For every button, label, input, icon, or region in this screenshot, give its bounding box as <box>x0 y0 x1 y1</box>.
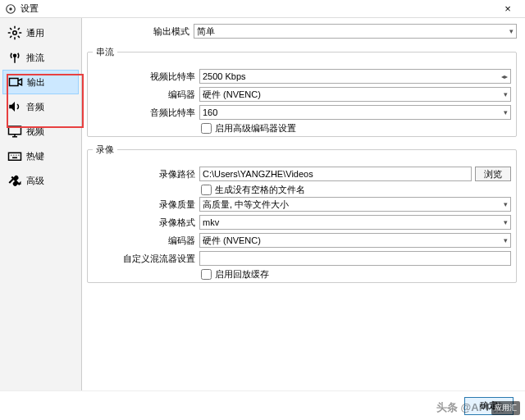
sidebar-item-label: 高级 <box>26 175 44 187</box>
encoder-label: 编码器 <box>93 89 199 101</box>
footer: 确定 <box>0 390 525 420</box>
sidebar-item-label: 通用 <box>26 27 44 39</box>
gear-icon <box>6 25 24 41</box>
record-fieldset: 录像 录像路径 C:\Users\YANGZHE\Videos 浏览 生成没有空… <box>87 144 517 283</box>
sidebar-item-general[interactable]: 通用 <box>2 21 79 45</box>
sidebar-item-label: 音频 <box>26 101 44 113</box>
sidebar: 通用 推流 输出 音频 视频 热键 高级 <box>0 18 82 390</box>
row-replay-cb: 启用回放缓存 <box>93 268 511 281</box>
window-title: 设置 <box>21 2 495 15</box>
svg-rect-5 <box>9 126 21 135</box>
sidebar-item-video[interactable]: 视频 <box>2 119 79 144</box>
record-encoder-select[interactable]: 硬件 (NVENC) <box>199 233 511 248</box>
audio-bitrate-select[interactable]: 160 <box>199 105 511 120</box>
sidebar-item-audio[interactable]: 音频 <box>2 94 79 119</box>
replay-checkbox[interactable] <box>201 269 212 280</box>
app-icon <box>5 3 16 15</box>
encoder-select[interactable]: 硬件 (NVENC) <box>199 87 511 102</box>
content: 通用 推流 输出 音频 视频 热键 高级 输出模式 简单 <box>0 18 525 390</box>
sidebar-item-output[interactable]: 输出 <box>2 70 79 94</box>
row-record-format: 录像格式 mkv <box>93 214 511 231</box>
output-icon <box>7 74 25 90</box>
record-quality-select[interactable]: 高质量, 中等文件大小 <box>199 197 511 212</box>
video-bitrate-label: 视频比特率 <box>93 71 199 83</box>
tools-icon <box>6 172 24 189</box>
nospace-checkbox[interactable] <box>201 185 212 195</box>
row-audio-bitrate: 音频比特率 160 <box>93 104 511 121</box>
sidebar-item-label: 推流 <box>26 52 44 64</box>
keyboard-icon <box>6 148 24 164</box>
adv-encoder-checkbox[interactable] <box>201 123 212 134</box>
custom-mux-label: 自定义混流器设置 <box>93 253 199 265</box>
svg-rect-4 <box>10 79 19 86</box>
sidebar-item-advanced[interactable]: 高级 <box>2 168 79 193</box>
video-bitrate-input[interactable]: 2500 Kbps <box>199 69 511 84</box>
sidebar-item-label: 输出 <box>27 76 45 89</box>
record-legend: 录像 <box>93 144 117 156</box>
row-encoder: 编码器 硬件 (NVENC) <box>93 86 511 103</box>
row-record-quality: 录像质量 高质量, 中等文件大小 <box>93 196 511 212</box>
sidebar-item-label: 热键 <box>26 150 44 162</box>
svg-point-2 <box>13 31 17 35</box>
stream-legend: 串流 <box>93 46 117 58</box>
row-video-bitrate: 视频比特率 2500 Kbps <box>93 68 511 84</box>
sidebar-item-stream[interactable]: 推流 <box>2 45 79 70</box>
broadcast-icon <box>6 49 24 66</box>
title-bar: 设置 × <box>0 0 525 18</box>
row-adv-encoder-cb: 启用高级编码器设置 <box>93 122 511 135</box>
replay-cb-label: 启用回放缓存 <box>215 268 269 281</box>
row-output-mode: 输出模式 简单 <box>87 23 517 39</box>
stream-fieldset: 串流 视频比特率 2500 Kbps 编码器 硬件 (NVENC) 音频比特率 … <box>87 46 517 137</box>
svg-rect-6 <box>9 153 21 160</box>
row-record-encoder: 编码器 硬件 (NVENC) <box>93 232 511 249</box>
record-path-label: 录像路径 <box>93 168 199 180</box>
record-format-select[interactable]: mkv <box>199 215 511 230</box>
browse-button[interactable]: 浏览 <box>475 167 511 181</box>
audio-bitrate-label: 音频比特率 <box>93 107 199 119</box>
main-panel: 输出模式 简单 串流 视频比特率 2500 Kbps 编码器 硬件 (NVENC… <box>82 18 525 390</box>
custom-mux-input[interactable] <box>199 251 511 266</box>
record-encoder-label: 编码器 <box>93 235 199 247</box>
sidebar-item-label: 视频 <box>26 126 44 138</box>
ok-button[interactable]: 确定 <box>464 397 514 415</box>
record-quality-label: 录像质量 <box>93 199 199 211</box>
record-path-input[interactable]: C:\Users\YANGZHE\Videos <box>199 167 472 181</box>
output-mode-label: 输出模式 <box>87 25 194 38</box>
row-record-path: 录像路径 C:\Users\YANGZHE\Videos 浏览 <box>93 166 511 182</box>
close-button[interactable]: × <box>495 2 520 15</box>
sidebar-item-hotkeys[interactable]: 热键 <box>2 144 79 168</box>
output-mode-select[interactable]: 简单 <box>194 24 517 39</box>
row-nospace-cb: 生成没有空格的文件名 <box>93 184 511 196</box>
adv-encoder-cb-label: 启用高级编码器设置 <box>215 122 296 135</box>
nospace-cb-label: 生成没有空格的文件名 <box>215 184 305 196</box>
record-format-label: 录像格式 <box>93 217 199 229</box>
speaker-icon <box>6 98 24 115</box>
svg-point-1 <box>9 7 12 11</box>
monitor-icon <box>6 123 24 139</box>
row-custom-mux: 自定义混流器设置 <box>93 250 511 267</box>
svg-point-3 <box>14 54 16 57</box>
